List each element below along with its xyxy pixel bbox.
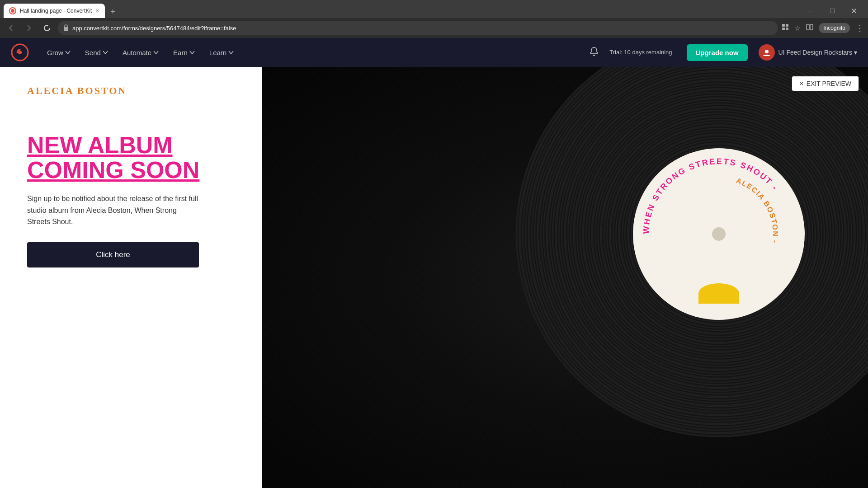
url-text: app.convertkit.com/forms/designers/56474… [72, 25, 773, 32]
tab-favicon [9, 7, 16, 14]
tab-title: Hall landing page - ConvertKit [20, 8, 92, 14]
record-label: WHEN STRONG STREETS SHOUT - ALECIA BOSTO… [633, 148, 805, 320]
svg-rect-8 [786, 28, 788, 30]
exit-preview-close-icon: ✕ [799, 80, 804, 87]
yellow-shape [698, 283, 739, 304]
svg-rect-0 [808, 11, 813, 11]
nav-items: Grow Send Automate Earn Learn [40, 38, 586, 67]
svg-rect-4 [64, 27, 68, 31]
trial-info: Trial: 10 days remaining [609, 49, 672, 56]
artist-name: ALECIA BOSTON [27, 85, 235, 97]
svg-rect-10 [810, 24, 813, 30]
workspace-selector[interactable]: UI Feed Design Rockstars ▾ [778, 49, 857, 56]
nav-grow[interactable]: Grow [40, 38, 78, 67]
forward-button[interactable] [22, 21, 36, 35]
lock-icon [63, 24, 69, 32]
cta-button[interactable]: Click here [27, 242, 199, 267]
album-heading: NEW ALBUM COMING SOON [27, 133, 235, 182]
svg-rect-7 [782, 28, 785, 30]
reload-button[interactable] [40, 21, 54, 35]
extensions-icon [782, 23, 789, 33]
main-content: ALECIA BOSTON NEW ALBUM COMING SOON Sign… [0, 67, 868, 488]
notifications-bell[interactable] [590, 47, 599, 59]
more-button[interactable]: ⋮ [855, 23, 864, 33]
split-icon[interactable] [806, 23, 813, 33]
incognito-button[interactable]: Incognito [819, 23, 850, 33]
star-icon[interactable]: ☆ [794, 24, 801, 33]
convertkit-logo[interactable] [11, 43, 29, 61]
record-center-hole [712, 227, 726, 241]
nav-send[interactable]: Send [78, 38, 115, 67]
album-description: Sign up to be notified about the release… [27, 193, 199, 228]
svg-point-13 [765, 50, 769, 53]
address-bar[interactable]: app.convertkit.com/forms/designers/56474… [58, 21, 778, 35]
tab-close-button[interactable]: × [95, 7, 99, 14]
navbar: Grow Send Automate Earn Learn Trial: 10 … [0, 38, 868, 67]
svg-rect-6 [786, 24, 788, 27]
back-button[interactable] [4, 21, 18, 35]
exit-preview-label: EXIT PREVIEW [807, 80, 851, 87]
svg-rect-1 [830, 9, 835, 13]
svg-point-12 [18, 51, 22, 54]
svg-rect-9 [807, 24, 809, 30]
nav-learn[interactable]: Learn [202, 38, 241, 67]
maximize-button[interactable] [822, 4, 843, 18]
browser-tab[interactable]: Hall landing page - ConvertKit × [4, 4, 105, 18]
minimize-button[interactable] [800, 4, 821, 18]
album-heading-text: NEW ALBUM COMING SOON [27, 133, 235, 182]
nav-automate[interactable]: Automate [115, 38, 166, 67]
new-tab-button[interactable]: + [107, 5, 119, 18]
left-panel: ALECIA BOSTON NEW ALBUM COMING SOON Sign… [0, 67, 262, 488]
close-button[interactable] [844, 4, 864, 18]
exit-preview-button[interactable]: ✕ EXIT PREVIEW [792, 76, 859, 91]
right-panel: WHEN STRONG STREETS SHOUT - ALECIA BOSTO… [262, 67, 868, 488]
nav-earn[interactable]: Earn [166, 38, 202, 67]
user-avatar[interactable] [759, 44, 775, 61]
upgrade-button[interactable]: Upgrade now [687, 44, 748, 61]
svg-rect-5 [782, 24, 785, 27]
